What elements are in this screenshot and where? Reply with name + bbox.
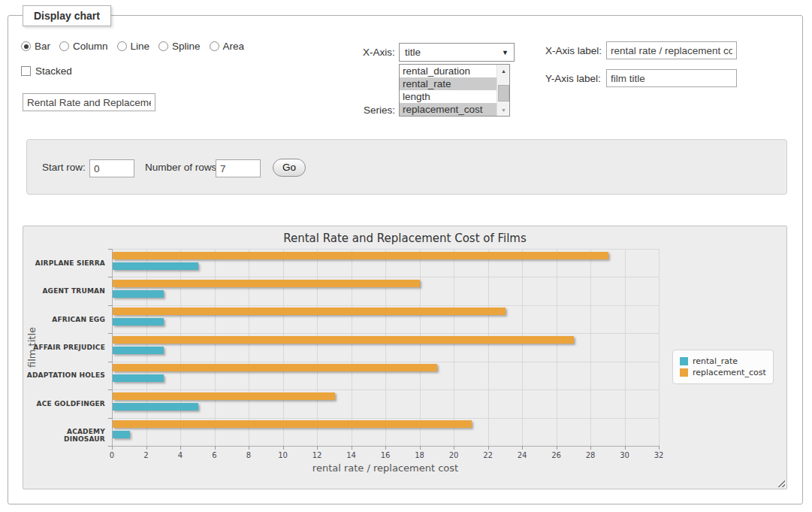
- x-tickmark-22: [488, 446, 489, 450]
- chart-title-input[interactable]: [23, 93, 155, 111]
- app-screen: Display chart BarColumnLineSplineArea St…: [0, 0, 812, 512]
- y-tickmark-7: [108, 446, 112, 447]
- x-tickmark-24: [522, 446, 523, 450]
- legend-item-rental_rate[interactable]: rental_rate: [680, 356, 766, 366]
- chevron-down-icon: ▼: [502, 49, 509, 56]
- radio-area[interactable]: [210, 41, 219, 51]
- x-tick-label-10: 10: [278, 451, 288, 459]
- scroll-down-icon[interactable]: ▼: [497, 104, 510, 116]
- bar-rental_rate-ace-goldfinger[interactable]: [113, 403, 198, 411]
- y-axis-label-input[interactable]: [606, 69, 737, 87]
- x-tick-label-0: 0: [110, 451, 114, 459]
- radio-label-line: Line: [131, 41, 150, 52]
- radio-bar[interactable]: [21, 41, 31, 51]
- x-tick-label-20: 20: [449, 451, 459, 459]
- x-tick-label-12: 12: [312, 451, 322, 459]
- bar-replacement_cost-adaptation-holes[interactable]: [113, 364, 437, 371]
- gridline-row-3: [112, 333, 659, 334]
- series-option-rental_rate[interactable]: rental_rate: [400, 77, 497, 90]
- chart-type-option-area: Area: [210, 41, 245, 52]
- bar-replacement_cost-agent-truman[interactable]: [113, 280, 420, 287]
- gridline-x-16: [385, 249, 386, 446]
- row-controls-panel: Start row: Number of rows: Go: [26, 139, 787, 195]
- stacked-checkbox[interactable]: [21, 66, 31, 76]
- start-row-input[interactable]: [89, 159, 134, 177]
- series-option-replacement_cost[interactable]: replacement_cost: [400, 103, 497, 116]
- legend-item-replacement_cost[interactable]: replacement_cost: [680, 368, 766, 377]
- bar-replacement_cost-african-egg[interactable]: [113, 308, 506, 315]
- category-label: AFFAIR PREJUDICE: [23, 344, 105, 351]
- bar-rental_rate-adaptation-holes[interactable]: [113, 374, 164, 382]
- bar-replacement_cost-affair-prejudice[interactable]: [113, 336, 574, 344]
- radio-column[interactable]: [59, 41, 69, 51]
- x-tickmark-0: [112, 446, 113, 450]
- x-tick-label-24: 24: [518, 451, 527, 459]
- x-tick-label-32: 32: [654, 451, 664, 459]
- x-tick-label-28: 28: [586, 451, 596, 459]
- number-of-rows-input[interactable]: [216, 159, 261, 177]
- gridline-row-4: [112, 362, 659, 362]
- series-listbox[interactable]: rental_durationrental_ratelengthreplacem…: [399, 64, 510, 117]
- chart-type-option-line: Line: [117, 41, 150, 52]
- gridline-x-30: [625, 249, 626, 446]
- gridline-x-8: [249, 249, 249, 446]
- bar-rental_rate-academy-dinosaur[interactable]: [113, 431, 130, 438]
- bar-rental_rate-agent-truman[interactable]: [113, 290, 164, 298]
- y-tickmark-2: [108, 305, 112, 306]
- x-tick-label-8: 8: [246, 451, 251, 459]
- legend-swatch-rental_rate: [680, 357, 688, 365]
- bar-replacement_cost-ace-goldfinger[interactable]: [113, 392, 335, 400]
- chart-canvas: Rental Rate and Replacement Cost of Film…: [23, 226, 787, 489]
- x-tickmark-16: [385, 446, 386, 450]
- bar-rental_rate-affair-prejudice[interactable]: [113, 347, 164, 354]
- x-axis-select[interactable]: title ▼: [399, 43, 515, 62]
- listbox-scrollbar[interactable]: ▲ ▼: [497, 65, 509, 116]
- x-tick-label-30: 30: [620, 451, 629, 459]
- series-listbox-label: Series:: [364, 105, 395, 116]
- radio-label-column: Column: [73, 41, 108, 52]
- x-axis-label-field-label: X-Axis label:: [545, 45, 602, 56]
- bar-rental_rate-african-egg[interactable]: [113, 318, 164, 326]
- x-tick-label-26: 26: [551, 451, 561, 459]
- resize-handle-icon[interactable]: [776, 478, 785, 487]
- radio-spline[interactable]: [158, 41, 168, 51]
- number-of-rows-label: Number of rows:: [145, 162, 219, 173]
- x-tick-label-6: 6: [212, 451, 216, 459]
- bar-replacement_cost-academy-dinosaur[interactable]: [113, 420, 472, 428]
- scrollbar-thumb[interactable]: [498, 85, 509, 101]
- series-option-length[interactable]: length: [400, 90, 497, 103]
- x-tick-label-22: 22: [483, 451, 493, 459]
- gridline-x-22: [488, 249, 489, 446]
- category-label: ADAPTATION HOLES: [23, 371, 105, 379]
- bar-replacement_cost-airplane-sierra[interactable]: [113, 252, 608, 259]
- gridline-x-10: [283, 249, 284, 446]
- y-tickmark-5: [108, 389, 112, 390]
- x-tickmark-2: [146, 446, 147, 450]
- series-option-rental_duration[interactable]: rental_duration: [400, 65, 497, 77]
- x-tickmark-6: [215, 446, 216, 450]
- y-tickmark-3: [108, 333, 112, 334]
- radio-label-bar: Bar: [35, 41, 50, 52]
- y-tickmark-6: [108, 418, 112, 419]
- bar-rental_rate-airplane-sierra[interactable]: [113, 262, 198, 270]
- stacked-option: Stacked: [21, 65, 72, 77]
- radio-label-area: Area: [223, 41, 245, 52]
- chart-title: Rental Rate and Replacement Cost of Film…: [23, 232, 786, 245]
- category-label: AIRPLANE SIERRA: [23, 259, 105, 267]
- go-button[interactable]: Go: [273, 159, 306, 177]
- gridline-x-20: [454, 249, 454, 446]
- x-tickmark-32: [659, 446, 660, 450]
- gridline-x-4: [180, 249, 181, 446]
- chart-type-radio-group: BarColumnLineSplineArea: [21, 41, 244, 52]
- x-tickmark-28: [590, 446, 591, 450]
- radio-line[interactable]: [117, 41, 127, 51]
- x-axis-label-input[interactable]: [606, 41, 737, 59]
- y-tickmark-4: [108, 362, 112, 362]
- category-label: AGENT TRUMAN: [23, 287, 105, 295]
- scroll-up-icon[interactable]: ▲: [497, 65, 510, 77]
- gridline-row-0: [112, 249, 659, 250]
- legend-swatch-replacement_cost: [680, 368, 688, 377]
- x-tickmark-14: [352, 446, 352, 450]
- fieldset-legend-title: Display chart: [23, 5, 111, 26]
- start-row-label: Start row:: [42, 162, 86, 173]
